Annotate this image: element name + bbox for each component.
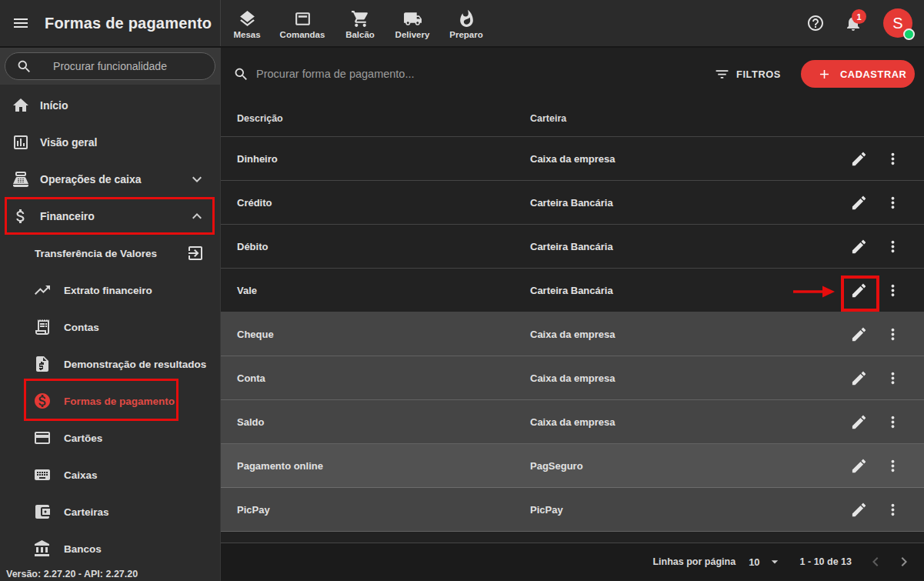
topnav-item-delivery[interactable]: Delivery <box>392 8 432 39</box>
table-row-cheque[interactable]: Cheque Caixa da empresa <box>221 312 924 356</box>
more-options-button[interactable] <box>884 150 902 168</box>
edit-button[interactable] <box>850 501 868 519</box>
more-options-button[interactable] <box>884 501 902 519</box>
sidebar-item-label: Início <box>40 99 68 112</box>
sidebar-item-label: Demonstração de resultados <box>64 359 206 370</box>
cell-descricao: Dinheiro <box>221 153 530 165</box>
sidebar-item-cartoes[interactable]: Cartões <box>0 419 220 456</box>
more-options-button[interactable] <box>884 457 902 475</box>
sidebar-item-financeiro[interactable]: Financeiro <box>0 198 220 235</box>
table-row-vale[interactable]: Vale Carteira Bancária <box>221 269 924 312</box>
sidebar-item-contas[interactable]: Contas <box>0 309 220 346</box>
table-search-input[interactable]: Procurar forma de pagamento... <box>233 66 712 82</box>
topnav-item-mesas[interactable]: Mesas <box>231 8 263 39</box>
app-bar: Formas de pagamento Mesas Comandas Balcã… <box>0 0 924 48</box>
more-options-button[interactable] <box>884 413 902 431</box>
table-row-pagamento-online[interactable]: Pagamento online PagSeguro <box>221 444 924 488</box>
chevron-left-icon <box>866 553 885 571</box>
table-toolbar: Procurar forma de pagamento... FILTROS C… <box>221 48 924 100</box>
sidebar-item-demonstracao-de-resultados[interactable]: Demonstração de resultados <box>0 346 220 382</box>
table-row-picpay[interactable]: PicPay PicPay <box>221 488 924 532</box>
edit-button[interactable] <box>850 194 868 212</box>
sidebar-item-bancos[interactable]: Bancos <box>0 530 220 567</box>
filters-button[interactable]: FILTROS <box>712 62 782 87</box>
next-page-button[interactable] <box>895 553 913 571</box>
table-row-saldo[interactable]: Saldo Caixa da empresa <box>221 400 924 444</box>
rows-per-page-select[interactable]: 10 <box>749 554 782 569</box>
table-row-debito[interactable]: Débito Carteira Bancária <box>221 225 924 269</box>
app-bar-left: Formas de pagamento <box>0 0 221 46</box>
table-header: Descrição Carteira <box>221 100 924 137</box>
sidebar-item-transferencia-de-valores[interactable]: Transferência de Valores <box>0 235 220 272</box>
sidebar-item-inicio[interactable]: Início <box>0 87 220 124</box>
pencil-icon <box>850 501 868 519</box>
table-body: Dinheiro Caixa da empresa Crédito Cartei… <box>221 137 924 532</box>
user-avatar[interactable]: S <box>883 8 912 38</box>
dollar-icon <box>12 207 30 225</box>
sidebar-item-caixas[interactable]: Caixas <box>0 456 220 493</box>
document-dollar-icon <box>33 355 52 373</box>
topnav-item-balcao[interactable]: Balcão <box>342 8 379 39</box>
exit-to-app-icon <box>186 244 205 262</box>
edit-button[interactable] <box>850 369 868 387</box>
more-options-button[interactable] <box>884 194 902 212</box>
row-actions <box>850 238 924 255</box>
previous-page-button[interactable] <box>866 553 885 571</box>
row-actions <box>850 326 924 343</box>
menu-icon[interactable] <box>12 14 30 32</box>
table-row-credito[interactable]: Crédito Carteira Bancária <box>221 181 924 225</box>
row-actions <box>850 457 924 475</box>
shopping-cart-icon <box>351 9 370 28</box>
rows-per-page-label: Linhas por página <box>652 556 736 567</box>
more-options-button[interactable] <box>884 282 902 299</box>
sidebar-item-carteiras[interactable]: Carteiras <box>0 493 220 530</box>
cell-descricao: PicPay <box>221 504 530 516</box>
notifications-button[interactable]: 1 <box>844 14 862 32</box>
edit-button[interactable] <box>850 413 868 431</box>
edit-button[interactable] <box>850 238 868 255</box>
receipt-icon <box>33 318 52 336</box>
topnav-label: Comandas <box>280 30 325 39</box>
topnav-item-preparo[interactable]: Preparo <box>446 8 486 39</box>
edit-button-vale[interactable] <box>850 282 868 299</box>
sidebar-item-visao-geral[interactable]: Visão geral <box>0 124 220 161</box>
topnav-label: Balcão <box>345 30 375 39</box>
sidebar-search-input[interactable]: Procurar funcionalidade <box>5 52 215 80</box>
table-row-conta[interactable]: Conta Caixa da empresa <box>221 356 924 400</box>
pencil-icon <box>850 413 868 431</box>
page-title: Formas de pagamento <box>45 15 212 32</box>
more-vert-icon <box>884 369 902 387</box>
sidebar-item-label: Extrato financeiro <box>64 285 152 296</box>
edit-button[interactable] <box>850 326 868 343</box>
keyboard-icon <box>33 466 52 484</box>
pagination-bar: Linhas por página 10 1 - 10 de 13 <box>221 543 924 580</box>
more-options-button[interactable] <box>884 326 902 343</box>
table-row-dinheiro[interactable]: Dinheiro Caixa da empresa <box>221 137 924 181</box>
more-options-button[interactable] <box>884 238 902 255</box>
pencil-icon <box>850 369 868 387</box>
row-actions <box>850 282 924 299</box>
help-icon[interactable] <box>806 14 825 32</box>
card-icon <box>293 9 312 28</box>
home-icon <box>12 96 30 115</box>
flame-icon <box>457 9 476 28</box>
sidebar-item-label: Visão geral <box>40 136 97 149</box>
rows-per-page-value: 10 <box>749 556 759 568</box>
cell-descricao: Pagamento online <box>221 460 530 472</box>
more-vert-icon <box>884 150 902 168</box>
credit-card-icon <box>33 429 52 447</box>
sidebar-item-formas-de-pagamento[interactable]: Formas de pagamento <box>0 382 220 419</box>
edit-button[interactable] <box>850 150 868 168</box>
topnav-item-comandas[interactable]: Comandas <box>277 8 328 39</box>
topnav-label: Mesas <box>233 30 260 39</box>
online-status-dot <box>903 28 915 40</box>
more-options-button[interactable] <box>884 369 902 387</box>
edit-button[interactable] <box>850 457 868 475</box>
column-header-carteira: Carteira <box>530 113 924 124</box>
chevron-down-icon <box>188 170 206 189</box>
sidebar-item-extrato-financeiro[interactable]: Extrato financeiro <box>0 272 220 309</box>
sidebar-search-placeholder: Procurar funcionalidade <box>53 60 167 72</box>
plus-icon <box>817 67 832 82</box>
register-button[interactable]: CADASTRAR <box>801 60 915 88</box>
sidebar-item-operacoes-de-caixa[interactable]: Operações de caixa <box>0 161 220 198</box>
